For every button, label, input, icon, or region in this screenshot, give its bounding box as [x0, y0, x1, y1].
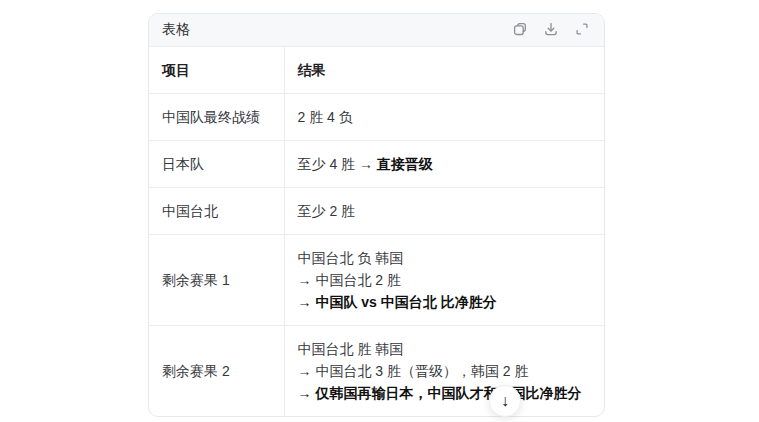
item-cell: 中国队最终战绩	[149, 94, 284, 141]
table-card-header: 表格	[149, 14, 604, 47]
table-row: 日本队至少 4 胜 → 直接晋级	[149, 141, 604, 188]
table-row: 剩余赛果 1中国台北 负 韩国→ 中国台北 2 胜→ 中国队 vs 中国台北 比…	[149, 235, 604, 326]
item-cell: 剩余赛果 2	[149, 326, 284, 417]
result-cell: 至少 4 胜 → 直接晋级	[284, 141, 604, 188]
column-header-item: 项目	[149, 47, 284, 94]
table-header-row: 项目 结果	[149, 47, 604, 94]
column-header-result: 结果	[284, 47, 604, 94]
expand-button[interactable]	[573, 21, 591, 39]
item-cell: 剩余赛果 1	[149, 235, 284, 326]
result-cell: 2 胜 4 负	[284, 94, 604, 141]
result-cell: 中国台北 负 韩国→ 中国台北 2 胜→ 中国队 vs 中国台北 比净胜分	[284, 235, 604, 326]
copy-button[interactable]	[511, 21, 529, 39]
arrow-down-icon: ↓	[501, 393, 509, 409]
result-cell: 至少 2 胜	[284, 188, 604, 235]
toolbar	[511, 21, 591, 39]
table-body: 中国队最终战绩2 胜 4 负日本队至少 4 胜 → 直接晋级中国台北至少 2 胜…	[149, 94, 604, 417]
table-row: 中国台北至少 2 胜	[149, 188, 604, 235]
expand-icon	[574, 21, 590, 40]
download-button[interactable]	[542, 21, 560, 39]
data-table: 项目 结果 中国队最终战绩2 胜 4 负日本队至少 4 胜 → 直接晋级中国台北…	[149, 47, 604, 416]
panel-title: 表格	[162, 21, 190, 39]
download-icon	[543, 21, 559, 40]
table-card: 表格	[148, 13, 605, 417]
result-cell: 中国台北 胜 韩国→ 中国台北 3 胜（晋级），韩国 2 胜→ 仅韩国再输日本，…	[284, 326, 604, 417]
copy-icon	[512, 21, 528, 40]
item-cell: 中国台北	[149, 188, 284, 235]
item-cell: 日本队	[149, 141, 284, 188]
table-row: 剩余赛果 2中国台北 胜 韩国→ 中国台北 3 胜（晋级），韩国 2 胜→ 仅韩…	[149, 326, 604, 417]
page: 表格	[0, 0, 759, 422]
table-row: 中国队最终战绩2 胜 4 负	[149, 94, 604, 141]
scroll-to-bottom-button[interactable]: ↓	[489, 385, 521, 417]
